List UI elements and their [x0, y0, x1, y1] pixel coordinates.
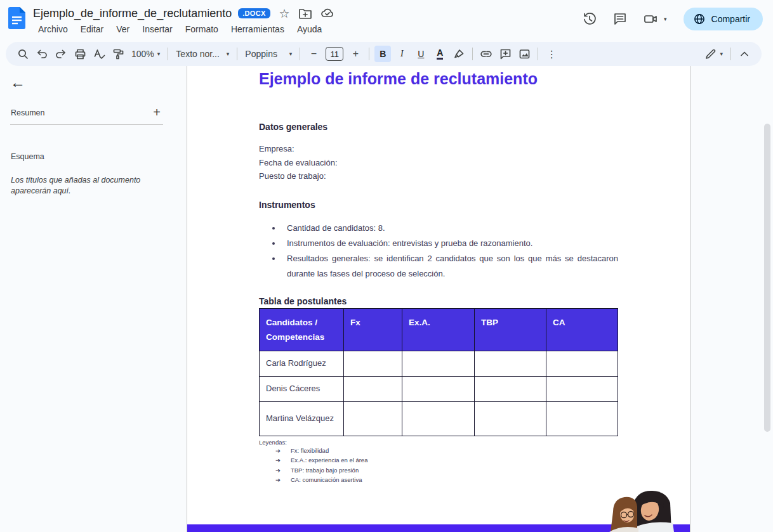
share-label: Compartir — [711, 14, 750, 24]
legend-text: CA: comunicación asertiva — [291, 475, 362, 485]
undo-icon[interactable] — [34, 46, 50, 62]
line-fecha[interactable]: Fecha de evaluación: — [259, 156, 618, 170]
spellcheck-icon[interactable] — [91, 46, 107, 62]
doc-main-heading[interactable]: Ejemplo de informe de reclutamiento — [259, 70, 618, 88]
table-row: Martina Velázquez — [260, 401, 618, 436]
menu-formato[interactable]: Formato — [180, 23, 223, 36]
print-icon[interactable] — [72, 46, 88, 62]
video-call-icon[interactable] — [644, 12, 657, 26]
empty-cell[interactable] — [402, 376, 475, 401]
outline-sidebar: ← Resumen + Esquema Los títulos que añad… — [0, 66, 171, 532]
pencil-icon — [704, 48, 717, 60]
insert-link-icon[interactable] — [478, 46, 494, 62]
empty-cell[interactable] — [344, 401, 402, 436]
insert-image-icon[interactable] — [516, 46, 532, 62]
line-empresa[interactable]: Empresa: — [259, 142, 618, 156]
legend-title[interactable]: Leyendas: — [259, 439, 618, 446]
menu-insertar[interactable]: Insertar — [137, 23, 177, 36]
empty-cell[interactable] — [475, 376, 546, 401]
add-comment-icon[interactable] — [497, 46, 513, 62]
increase-font-button[interactable]: + — [347, 46, 364, 62]
empty-cell[interactable] — [344, 351, 402, 376]
menu-editar[interactable]: Editar — [76, 23, 109, 36]
move-folder-icon[interactable] — [299, 8, 312, 19]
add-summary-button[interactable]: + — [153, 105, 161, 120]
col-header-candidatos[interactable]: Candidatos / Competencias — [260, 308, 344, 351]
more-options-icon[interactable]: ⋮ — [543, 46, 560, 62]
comments-icon[interactable] — [613, 12, 627, 26]
candidate-name-cell[interactable]: Denis Cáceres — [260, 376, 344, 401]
menu-herramientas[interactable]: Herramientas — [226, 23, 289, 36]
version-history-icon[interactable] — [583, 12, 597, 26]
bullet-item[interactable]: Instrumentos de evaluación: entrevistas … — [282, 236, 618, 251]
legend-item[interactable]: ➔ CA: comunicación asertiva — [275, 475, 618, 485]
zoom-select[interactable]: 100% ▾ — [128, 46, 164, 62]
empty-cell[interactable] — [402, 351, 475, 376]
bullet-list: Cantidad de candidatos: 8. Instrumentos … — [259, 221, 618, 282]
paint-format-icon[interactable] — [110, 46, 126, 62]
legend-item[interactable]: ➔ Fx: flexibilidad — [275, 446, 618, 456]
empty-cell[interactable] — [546, 401, 618, 436]
cloud-saved-icon[interactable] — [320, 8, 334, 19]
line-puesto[interactable]: Puesto de trabajo: — [259, 169, 618, 183]
bullet-item[interactable]: Resultados generales: se identifican 2 c… — [282, 251, 618, 282]
divider — [10, 124, 163, 125]
text-color-button[interactable]: A — [432, 46, 448, 62]
font-size-input[interactable]: 11 — [326, 47, 343, 61]
empty-cell[interactable] — [546, 376, 618, 401]
mode-caret-icon: ▾ — [720, 51, 723, 57]
menu-archivo[interactable]: Archivo — [33, 23, 73, 36]
legend-item[interactable]: ➔ Ex.A.: experiencia en el área — [275, 455, 618, 465]
share-button[interactable]: Compartir — [684, 8, 763, 30]
candidate-name-cell[interactable]: Martina Velázquez — [260, 401, 344, 436]
bold-button[interactable]: B — [374, 46, 391, 62]
italic-button[interactable]: I — [393, 46, 410, 62]
arrow-bullet-icon: ➔ — [275, 475, 281, 485]
google-docs-logo-icon[interactable] — [8, 7, 25, 29]
redo-icon[interactable] — [53, 46, 69, 62]
scrollbar-thumb[interactable] — [764, 124, 770, 432]
menu-ayuda[interactable]: Ayuda — [292, 23, 327, 36]
globe-icon — [694, 13, 705, 25]
col-header-tbp[interactable]: TBP — [475, 308, 546, 351]
col-header-exa[interactable]: Ex.A. — [402, 308, 475, 351]
heading-datos-generales[interactable]: Datos generales — [259, 122, 618, 132]
empty-cell[interactable] — [546, 351, 618, 376]
legend-text: Ex.A.: experiencia en el área — [291, 455, 367, 465]
document-title[interactable]: Ejemplo_de_informe_de_reclutamiento — [33, 7, 232, 20]
empty-cell[interactable] — [344, 376, 402, 401]
decrease-font-button[interactable]: − — [305, 46, 322, 62]
video-call-caret-icon[interactable]: ▾ — [664, 16, 667, 22]
heading-tabla-postulantes[interactable]: Tabla de postulantes — [259, 296, 618, 306]
docx-badge: .DOCX — [238, 8, 270, 18]
empty-cell[interactable] — [402, 401, 475, 436]
divider — [237, 48, 237, 60]
legend-item[interactable]: ➔ TBP: trabajo bajo presión — [275, 465, 618, 476]
hide-menus-icon[interactable] — [736, 46, 753, 62]
divider — [730, 48, 731, 60]
outline-hint-text: Los títulos que añadas al documento apar… — [11, 175, 158, 197]
close-outline-icon[interactable]: ← — [10, 74, 25, 91]
divider — [538, 48, 538, 60]
menu-ver[interactable]: Ver — [111, 23, 135, 36]
search-menus-icon[interactable] — [15, 46, 31, 62]
paragraph-style-select[interactable]: Texto nor... ▾ — [172, 46, 233, 62]
heading-instrumentos[interactable]: Instrumentos — [259, 200, 618, 210]
col-header-fx[interactable]: Fx — [344, 308, 402, 351]
font-select[interactable]: Poppins ▾ — [241, 46, 296, 62]
editing-mode-select[interactable]: ▾ — [701, 46, 727, 62]
divider — [369, 48, 369, 60]
star-icon[interactable]: ☆ — [279, 6, 290, 21]
legend-text: TBP: trabajo bajo presión — [291, 465, 359, 476]
arrow-bullet-icon: ➔ — [275, 455, 281, 465]
zoom-caret-icon: ▾ — [157, 51, 161, 57]
underline-button[interactable]: U — [413, 46, 429, 62]
empty-cell[interactable] — [475, 401, 546, 436]
candidate-name-cell[interactable]: Carla Rodríguez — [260, 351, 344, 376]
col-header-ca[interactable]: CA — [546, 308, 618, 351]
highlight-color-icon[interactable] — [451, 46, 467, 62]
empty-cell[interactable] — [475, 351, 546, 376]
divider — [300, 48, 300, 60]
bullet-item[interactable]: Cantidad de candidatos: 8. — [282, 221, 618, 236]
document-page[interactable]: Ejemplo de informe de reclutamiento Dato… — [187, 66, 690, 532]
